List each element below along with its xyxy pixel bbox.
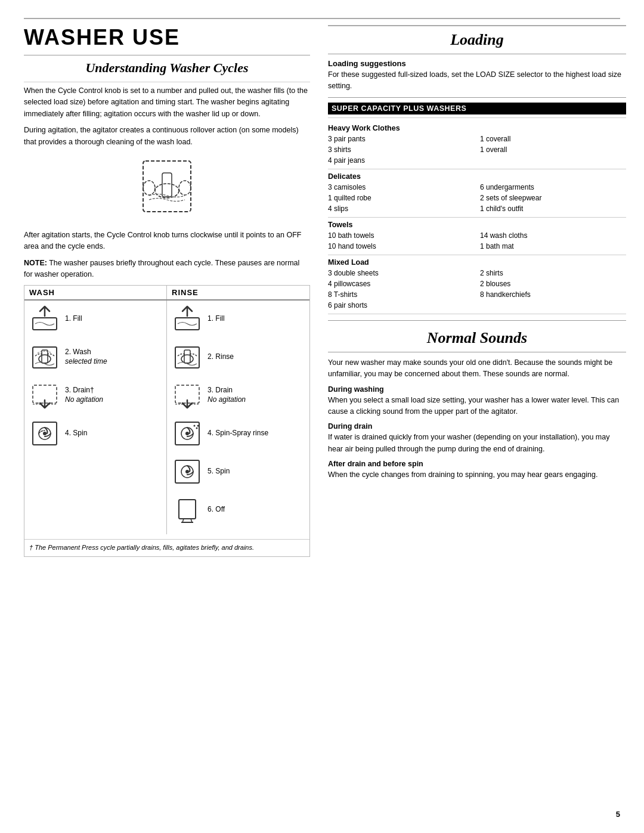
load-section-delicates: Delicates 3 camisoles 1 quilted robe 4 s… [328, 169, 626, 218]
during-washing-text: When you select a small load size settin… [328, 395, 626, 418]
rinse-rinse-icon [172, 341, 203, 372]
rinse-drain-icon [172, 379, 203, 410]
svg-rect-2 [162, 173, 172, 197]
mixed-item-6: 2 blouses [480, 278, 626, 289]
svg-point-27 [197, 425, 199, 427]
delicates-title: Delicates [328, 172, 626, 181]
delicates-item-1: 3 camisoles [328, 182, 474, 193]
wash-step-2: 2. Washselected time [29, 341, 162, 372]
heavy-work-col1: 3 pair pants 3 shirts 4 pair jeans [328, 134, 474, 166]
svg-rect-0 [143, 161, 191, 212]
loading-suggestions-label: Loading suggestions [328, 59, 626, 68]
towels-item-4: 1 bath mat [480, 241, 626, 252]
rinse-step-5-label: 5. Spin [208, 466, 230, 476]
svg-point-4 [179, 181, 191, 195]
svg-point-26 [196, 428, 198, 429]
mixed-item-7: 8 handkerchiefs [480, 289, 626, 300]
mixed-item-5: 2 shirts [480, 268, 626, 278]
towels-item-3: 14 wash cloths [480, 230, 626, 241]
cycle-table: WASH RINSE 1. Fill [24, 285, 310, 556]
mixed-load-items: 3 double sheets 4 pillowcases 8 T-shirts… [328, 268, 626, 311]
rinse-step-1-label: 1. Fill [208, 314, 225, 324]
delicates-item-3: 4 slips [328, 203, 474, 214]
after-drain-text: When the cycle changes from draining to … [328, 469, 626, 481]
mixed-item-1: 3 double sheets [328, 268, 474, 278]
mixed-load-title: Mixed Load [328, 258, 626, 267]
heavy-item-1: 3 pair pants [328, 134, 474, 144]
rinse-header: RINSE [167, 286, 309, 299]
rinse-off-icon [172, 494, 203, 525]
wash-step-3-label: 3. Drain†No agitation [65, 385, 103, 405]
heavy-work-title: Heavy Work Clothes [328, 124, 626, 132]
towels-items: 10 bath towels 10 hand towels 14 wash cl… [328, 230, 626, 252]
wash-step-1: 1. Fill [29, 303, 162, 334]
towels-title: Towels [328, 221, 626, 229]
load-section-towels: Towels 10 bath towels 10 hand towels 14 … [328, 218, 626, 255]
rinse-step-3-label: 3. DrainNo agitation [208, 385, 246, 405]
mixed-item-3: 8 T-shirts [328, 289, 474, 300]
towels-item-2: 10 hand towels [328, 241, 474, 252]
load-section-mixed: Mixed Load 3 double sheets 4 pillowcases… [328, 255, 626, 314]
washer-diagram-svg [128, 155, 206, 221]
delicates-col1: 3 camisoles 1 quilted robe 4 slips [328, 182, 474, 214]
rinse-fill-icon [172, 303, 203, 334]
section-subtitle: Understanding Washer Cycles [24, 60, 310, 76]
wash-steps-col: 1. Fill [24, 301, 167, 534]
loading-suggestions-text: For these suggested full-sized loads, se… [328, 69, 626, 92]
rinse-step-6: 6. Off [172, 494, 305, 525]
main-title: WASHER USE [24, 25, 310, 50]
left-column: WASHER USE Understanding Washer Cycles W… [24, 25, 310, 557]
wash-drain-icon [29, 379, 60, 410]
during-drain-text: If water is drained quickly from your wa… [328, 432, 626, 455]
right-column: Loading Loading suggestions For these su… [328, 25, 626, 557]
heavy-item-2: 3 shirts [328, 144, 474, 155]
rinse-step-4: 4. Spin-Spray rinse [172, 417, 305, 448]
normal-sounds-title: Normal Sounds [328, 329, 626, 347]
wash-step-1-label: 1. Fill [65, 314, 82, 324]
wash-agitate-icon [29, 341, 60, 372]
super-capacity-header: SUPER CAPACITY PLUS WASHERS [328, 103, 626, 114]
delicates-item-4: 6 undergarments [480, 182, 626, 193]
mixed-item-4: 6 pair shorts [328, 300, 474, 311]
footnote-area: † The Permanent Press cycle partially dr… [24, 539, 309, 556]
normal-sounds-section: Normal Sounds Your new washer may make s… [328, 329, 626, 481]
svg-point-3 [143, 181, 155, 195]
during-drain-label: During drain [328, 422, 626, 431]
mixed-item-2: 4 pillowcases [328, 278, 474, 289]
delicates-items: 3 camisoles 1 quilted robe 4 slips 6 und… [328, 182, 626, 214]
during-washing-label: During washing [328, 385, 626, 394]
note-text: NOTE: The washer pauses briefly througho… [24, 258, 310, 281]
during-washing-section: During washing When you select a small l… [328, 385, 626, 418]
svg-rect-7 [42, 350, 48, 363]
wash-step-4-label: 4. Spin [65, 428, 87, 438]
body-paragraph-1: When the Cycle Control knob is set to a … [24, 85, 310, 120]
mixed-col2: 2 shirts 2 blouses 8 handkerchiefs [480, 268, 626, 311]
rinse-step-2-label: 2. Rinse [208, 352, 234, 362]
wash-step-4: 4. Spin [29, 417, 162, 448]
rinse-spin-spray-icon [172, 417, 203, 448]
wash-spin-icon [29, 417, 60, 448]
rinse-step-6-label: 6. Off [208, 504, 225, 515]
rinse-step-5: 5. Spin [172, 456, 305, 487]
after-agitation-text: After agitation starts, the Cycle Contro… [24, 230, 310, 253]
footnote-text: † The Permanent Press cycle partially dr… [29, 543, 305, 552]
svg-point-14 [43, 432, 47, 435]
note-bold: NOTE: [24, 259, 47, 267]
wash-step-2-label: 2. Washselected time [65, 347, 107, 367]
svg-rect-31 [179, 500, 196, 519]
svg-point-30 [185, 470, 189, 473]
delicates-item-2: 1 quilted robe [328, 193, 474, 203]
body-paragraph-2: During agitation, the agitator creates a… [24, 125, 310, 148]
delicates-item-5: 2 sets of sleepwear [480, 193, 626, 203]
washer-diagram [24, 155, 310, 222]
wash-header: WASH [24, 286, 167, 299]
svg-point-25 [194, 425, 196, 427]
during-drain-section: During drain If water is drained quickly… [328, 422, 626, 455]
wash-fill-icon [29, 303, 60, 334]
rinse-step-3: 3. DrainNo agitation [172, 379, 305, 410]
towels-item-1: 10 bath towels [328, 230, 474, 241]
svg-point-24 [185, 432, 189, 435]
towels-col2: 14 wash cloths 1 bath mat [480, 230, 626, 252]
after-drain-label: After drain and before spin [328, 460, 626, 468]
cycle-body: 1. Fill [24, 301, 309, 534]
